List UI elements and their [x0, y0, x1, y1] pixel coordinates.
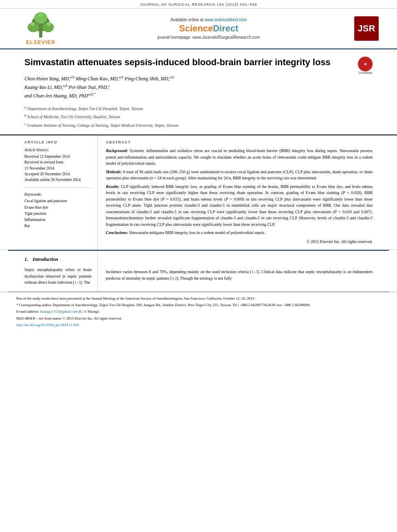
keywords-section: Keywords: Cecal ligation and puncture Ev… — [24, 192, 92, 229]
article-info-label: ARTICLE INFO — [24, 140, 92, 144]
abstract-copyright: © 2015 Elsevier Inc. All rights reserved… — [106, 238, 373, 245]
sciencedirect-logo: ScienceDirect — [79, 23, 338, 34]
affil-c: c Graduate Institute of Nursing, College… — [24, 121, 373, 129]
journal-title: JOURNAL OF SURGICAL RESEARCH 194 (2015) … — [140, 2, 257, 7]
abstract-conclusions: Conclusions: Simvastatin mitigates BBB i… — [106, 230, 373, 236]
footer-notes: Part of the study results have been pres… — [0, 292, 397, 331]
abstract-methods: Methods: A total of 96 adult male rats (… — [106, 169, 373, 181]
author-2: Ming-Chan Kao, MD,a,b — [76, 76, 125, 82]
svg-point-7 — [39, 13, 42, 17]
elsevier-tree-icon — [24, 12, 57, 38]
footnote-corresponding: * Corresponding author. Department of An… — [16, 302, 381, 308]
introduction-right: incidence varies between 8 and 70%, depe… — [98, 251, 389, 291]
intro-right-text: incidence varies between 8 and 70%, depe… — [106, 269, 373, 281]
article-info-column: ARTICLE INFO Article history: Received 1… — [8, 135, 98, 249]
footnote-doi: http://dx.doi.org/10.1016/j.jss.2014.11.… — [16, 322, 381, 328]
history-revised-date: 13 November 2014 — [24, 166, 92, 171]
email-link[interactable]: huangcj1112@gmail.com — [40, 309, 77, 313]
intro-heading: 1. Introduction — [24, 256, 92, 263]
title-section: ✕ CrossMark Simvastatin attenuates sepsi… — [0, 49, 397, 135]
abstract-background: Background: Systemic inflammation and ox… — [106, 148, 373, 167]
intro-title: Introduction — [33, 256, 58, 262]
authors-list: Chen-Hsien Yang, MD,a,b Ming-Chan Kao, M… — [24, 74, 373, 100]
sciencedirect-url[interactable]: www.sciencedirect.com — [204, 18, 247, 22]
intro-number: 1. — [24, 256, 28, 262]
keyword-3: Tight junction — [24, 211, 92, 217]
introduction-left: 1. Introduction Septic encephalopathy re… — [8, 251, 98, 291]
svg-point-5 — [31, 22, 35, 26]
intro-left-text: Septic encephalopathy refers to brain dy… — [24, 267, 92, 286]
history-received: Received 12 September 2014 — [24, 154, 92, 159]
footnote-issn: 0022-4804/$ – see front matter © 2015 El… — [16, 316, 381, 321]
ref-link-3-4[interactable]: 3,4 — [172, 276, 177, 280]
ref-link-right-1-3[interactable]: 1–3 — [252, 269, 258, 274]
affil-a: a Department of Anesthesiology, Taipei T… — [24, 105, 373, 112]
footnote-email: E-mail address: huangcj1112@gmail.com (C… — [16, 309, 381, 314]
article-history: Article history: Received 12 September 2… — [24, 148, 92, 183]
keywords-title: Keywords: — [24, 192, 92, 196]
history-online: Available online 26 November 2014 — [24, 177, 92, 183]
page-wrapper: JOURNAL OF SURGICAL RESEARCH 194 (2015) … — [0, 0, 397, 532]
keyword-5: Rat — [24, 223, 92, 229]
keyword-4: Inflammation — [24, 217, 92, 223]
affiliations: a Department of Anesthesiology, Taipei T… — [24, 105, 373, 129]
svg-point-6 — [47, 22, 51, 26]
history-revised-label: Received in revised form — [24, 159, 92, 165]
abstract-label: ABSTRACT — [106, 140, 373, 144]
keyword-2: Evans blue dye — [24, 205, 92, 211]
ref-link-1-3[interactable]: 1–3 — [75, 280, 81, 285]
journal-header: JOURNAL OF SURGICAL RESEARCH 194 (2015) … — [0, 0, 397, 9]
paper-title: Simvastatin attenuates sepsis-induced bl… — [24, 57, 373, 68]
author-3: Ping-Cheng Shih, MD,a,b — [125, 76, 174, 82]
jsr-logo: JSR — [354, 16, 379, 41]
elsevier-label: ELSEVIER — [26, 39, 55, 45]
history-accepted: Accepted 20 November 2014 — [24, 171, 92, 177]
elsevier-section: ELSEVIER — [6, 12, 75, 45]
doi-link[interactable]: http://dx.doi.org/10.1016/j.jss.2014.11.… — [16, 323, 79, 327]
banner: ELSEVIER Available online at www.science… — [0, 9, 397, 49]
article-info-abstract: ARTICLE INFO Article history: Received 1… — [0, 135, 397, 250]
author-5: Pei-Shan Tsai, PhD,c — [69, 84, 110, 90]
history-title: Article history: — [24, 148, 92, 152]
crossmark: ✕ CrossMark — [358, 57, 373, 74]
author-4: Kuang-Yao Li, MD,a,b — [24, 84, 69, 90]
crossmark-text: CrossMark — [358, 71, 373, 74]
jsr-logo-section: JSR — [342, 16, 391, 41]
keyword-1: Cecal ligation and puncture — [24, 198, 92, 204]
elsevier-logo: ELSEVIER — [24, 12, 57, 45]
footnote-1: Part of the study results have been pres… — [16, 296, 381, 301]
author-6: and Chun-Jen Huang, MD, PhDa,b,* — [24, 93, 95, 99]
crossmark-circle: ✕ — [358, 57, 373, 71]
author-1: Chen-Hsien Yang, MD,a,b — [24, 76, 76, 82]
affil-b: b School of Medicine, Tzu Chi University… — [24, 113, 373, 120]
available-online-text: Available online at www.sciencedirect.co… — [79, 18, 338, 22]
introduction-section: 1. Introduction Septic encephalopathy re… — [0, 251, 397, 291]
journal-homepage: journal homepage: www.JournalofSurgicalR… — [79, 35, 338, 40]
sciencedirect-section: Available online at www.sciencedirect.co… — [75, 18, 342, 40]
abstract-results: Results: CLP significantly induced BBB i… — [106, 183, 373, 228]
abstract-column: ABSTRACT Background: Systemic inflammati… — [98, 135, 389, 249]
abstract-text: Background: Systemic inflammation and ox… — [106, 148, 373, 245]
